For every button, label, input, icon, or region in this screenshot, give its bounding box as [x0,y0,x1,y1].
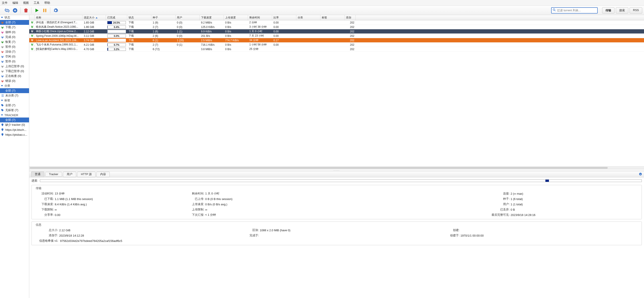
row-size: 4.70 GiB [82,48,106,51]
info-legend: 信息 [35,223,42,227]
col-ratio[interactable]: 比率 [272,15,296,20]
col-name[interactable]: 名称 [34,15,82,20]
col-category[interactable]: 分类 [296,15,320,20]
torrent-row[interactable]: 伊伦嘉：诱惑的艺术.Ehrengard.T...1.65 GiB24.5%下载1… [29,21,644,25]
sidebar-status-head[interactable]: 状态 [0,15,29,20]
addedon-label: 添加于: [34,233,58,237]
detail-tab-peers[interactable]: 用户 [63,172,76,177]
sidebar-item-completed[interactable]: 完成 (0) [0,35,29,40]
splitter-handle[interactable] [29,169,644,171]
sidebar-item-stalled_up[interactable]: 上传已暂停 (0) [0,64,29,69]
col-icon[interactable] [29,15,34,20]
sidebar-item-tr_1[interactable]: https://pt.btsch... [0,127,29,132]
torrent-row[interactable]: 神探小红帽.Once.Upon.a.Crime.2...2.12 GiB0.1%… [29,29,644,34]
sidebar-categories-head[interactable]: 分类 [0,83,29,88]
sidebar-item-errored[interactable]: 错误 (0) [0,79,29,83]
row-ulspeed: 0 B/s [224,30,248,33]
ullimit-label: 上传限制: [184,207,204,211]
sidebar-item-checking[interactable]: 正在检查 (0) [0,74,29,79]
detail-tab-content[interactable]: 内容 [96,172,110,177]
sidebar-item-seeding[interactable]: 做种 (0) [0,30,29,35]
filter-input[interactable] [556,9,596,12]
sidebar-item-paused[interactable]: 暂停 (0) [0,44,29,49]
sidebar-item-inactive[interactable]: 空闲 (0) [0,54,29,59]
sidebar-item-downloading[interactable]: 下载 (7) [0,25,29,30]
sidebar-item-tr_all[interactable]: 全部 (7) [0,118,29,122]
add-link-icon[interactable] [4,8,10,13]
col-size[interactable]: 选定大小 [82,15,106,20]
menu-help[interactable]: 帮助 [44,1,50,5]
col-eta[interactable]: 剩余时间 [248,15,272,20]
row-dlspeed: 2.5 MiB/s [200,39,224,42]
menu-view[interactable]: 视图 [23,1,29,5]
row-status: 下载 [127,43,151,47]
sidebar-item-tr_missing[interactable]: 缺少 tracker (0) [0,122,29,127]
seeds-label: 种子: [485,197,510,201]
connections-label: 连接: [485,192,510,196]
menu-tools[interactable]: 工具 [34,1,40,5]
torrent-row[interactable]: [情枭的黎明]Carlito's.Way.1993.G...4.70 GiB3.… [29,47,644,52]
col-dlspeed[interactable]: 下载速度 [200,15,224,20]
sidebar-item-stalled[interactable]: 暂停 (0) [0,59,29,64]
torrent-row[interactable]: 暗杀风暴.Death.Notice.2023.1080...1.86 GiB0.… [29,25,644,29]
settings-icon[interactable] [53,8,58,13]
add-torrent-icon[interactable] [12,8,18,13]
pieces-label: 区块: [239,228,259,232]
sidebar-item-label: 全部 (7) [5,89,16,93]
detail-tab-trackers[interactable]: Tracker [45,172,62,177]
sidebar-item-icon [1,45,4,48]
col-tags[interactable]: 标签 [320,15,344,20]
sidebar-item-all[interactable]: 全部 (7) [0,20,29,25]
col-added[interactable]: 添加 [344,15,356,20]
horizontal-scrollbar[interactable] [29,166,644,169]
row-added: 202 [344,43,356,46]
sidebar-item-cat_uncat[interactable]: 未分类 (7) [0,93,29,98]
torrent-row[interactable]: Love.is.an.Accident.S01.2023.108...3.74 … [29,38,644,43]
tab-rss[interactable]: RSS [630,7,642,14]
sidebar-item-resumed[interactable]: 恢复 (7) [0,40,29,44]
row-name: 飞出个未来.Futurama.1999.S01.1... [34,43,82,47]
sidebar-item-label: 上传已暂停 (0) [5,64,24,68]
menu-file[interactable]: 文件 [2,1,8,5]
filter-input-wrapper [551,7,598,14]
sidebar-item-active[interactable]: 活动 (7) [0,49,29,54]
col-peers[interactable]: 用户 [176,15,200,20]
detail-tab-general[interactable]: 普通 [31,172,44,177]
menu-edit[interactable]: 编辑 [12,1,18,5]
col-progress[interactable]: 已完成 [106,15,127,20]
row-name: [情枭的黎明]Carlito's.Way.1993.G... [34,47,82,51]
wasted-label: 已丢弃: [485,207,510,211]
sidebar-item-icon [1,89,4,92]
row-ratio: 0.00 [272,21,296,24]
sidebar-item-tag_untag[interactable]: 无标签 (7) [0,108,29,113]
row-status-icon [29,30,34,33]
piece-progress-bar [40,179,642,182]
col-status[interactable]: 状态 [127,15,151,20]
row-ratio: 0.00 [272,30,296,33]
delete-icon[interactable] [23,8,28,13]
collapse-detail-icon[interactable] [639,172,642,176]
row-seeds: 1 (6) [151,30,176,33]
sidebar-item-tag_all[interactable]: 全部 (7) [0,103,29,108]
ratio-label: 分享率: [34,213,54,217]
eta-value: 1 天 0 小时 [205,192,334,196]
row-status-icon [29,21,34,24]
col-ulspeed[interactable]: 上传速度 [224,15,248,20]
sidebar-tags-head[interactable]: 标签 [0,98,29,103]
sidebar-trackers-head[interactable]: TRACKER [0,113,29,118]
pause-icon[interactable] [42,8,48,13]
sidebar-item-cat_all[interactable]: 全部 (7) [0,88,29,93]
torrent-row[interactable]: 飞出个未来.Futurama.1999.S01.1...4.21 GiB0.7%… [29,43,644,47]
tab-transfers[interactable]: 传输 [602,7,614,14]
sidebar-item-stalled_dl[interactable]: 下载已暂停 (0) [0,69,29,74]
col-seeds[interactable]: 种子 [151,15,176,20]
sidebar-item-label: 暂停 (0) [5,59,16,63]
resume-icon[interactable] [34,8,40,13]
detail-tab-http[interactable]: HTTP 源 [77,172,96,177]
torrent-row[interactable]: Spring.Fever.2009.1080p.friDay.W...3.11 … [29,34,644,38]
sidebar-item-icon [1,26,4,29]
tab-search[interactable]: 搜索 [616,7,628,14]
row-seeds: 6 (72) [151,48,176,51]
svg-rect-1 [43,9,44,12]
sidebar-item-tr_2[interactable]: https://ptsbao.c... [0,132,29,137]
